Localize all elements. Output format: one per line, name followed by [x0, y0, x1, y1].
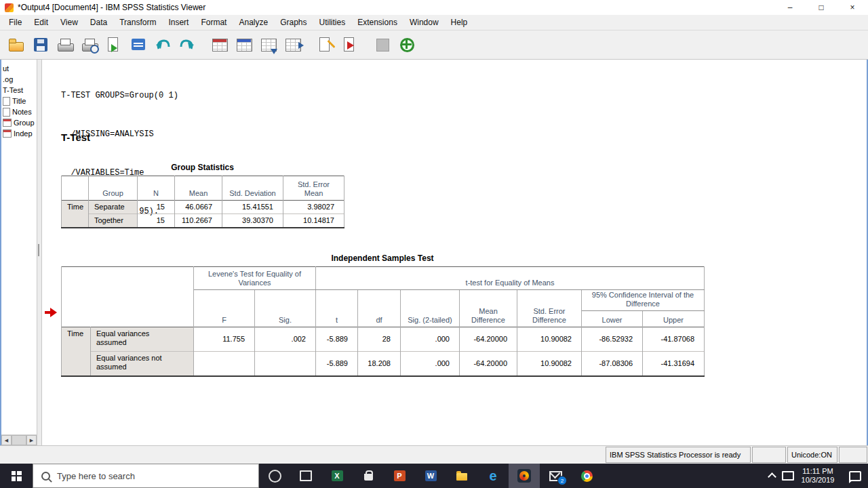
recall-dialogs-button[interactable] — [126, 33, 151, 57]
menu-analyze[interactable]: Analyze — [233, 16, 274, 28]
chrome-icon — [581, 470, 593, 482]
clock-date: 10/3/2019 — [796, 476, 840, 485]
outline-pane: ut .og T-Test Title Notes Group Indep ◀ … — [1, 60, 37, 445]
col-header-sd: Std. Deviation — [222, 176, 283, 201]
search-icon — [41, 472, 50, 481]
outline-horizontal-scrollbar[interactable]: ◀ ▶ — [1, 434, 37, 445]
menu-help[interactable]: Help — [445, 16, 474, 28]
pane-splitter[interactable] — [37, 60, 42, 445]
goto-case-button[interactable] — [232, 33, 256, 57]
designate-window-button[interactable] — [370, 33, 395, 57]
open-button[interactable] — [4, 33, 28, 57]
variables-button[interactable] — [281, 33, 305, 57]
maximize-button[interactable]: □ — [806, 0, 837, 15]
insert-text-icon — [317, 36, 334, 54]
menu-file[interactable]: File — [3, 16, 28, 28]
table-header-row: Levene's Test for Equality of Variances … — [62, 267, 705, 290]
select-last-output-button[interactable] — [338, 33, 362, 57]
table-header-row: Group N Mean Std. Deviation Std. Error M… — [62, 176, 344, 201]
col-header-sig2: Sig. (2-tailed) — [401, 290, 460, 327]
outline-item-title[interactable]: Title — [1, 96, 37, 106]
scroll-left-button[interactable]: ◀ — [1, 435, 12, 445]
menu-transform[interactable]: Transform — [113, 16, 162, 28]
outline-item-ttest[interactable]: T-Test — [1, 85, 37, 96]
show-hidden-icons-button[interactable] — [764, 472, 780, 480]
col-header-f: F — [194, 290, 255, 327]
status-spacer — [752, 447, 786, 463]
ci-spanner: 95% Confidence Interval of the Differenc… — [582, 290, 705, 311]
group-statistics-table[interactable]: Group N Mean Std. Deviation Std. Error M… — [61, 176, 344, 228]
taskbar-file-explorer[interactable] — [446, 464, 477, 488]
menu-graphs[interactable]: Graphs — [274, 16, 313, 28]
close-button[interactable]: × — [837, 0, 868, 15]
taskbar-powerpoint[interactable]: P — [384, 464, 415, 488]
taskbar-chrome[interactable] — [571, 464, 602, 488]
powerpoint-icon: P — [394, 470, 406, 481]
taskbar-edge[interactable]: e — [477, 464, 509, 488]
scroll-left-icon: ◀ — [5, 438, 8, 443]
save-button[interactable] — [28, 33, 53, 57]
outline-item-notes[interactable]: Notes — [1, 106, 37, 117]
goto-variable-button[interactable] — [256, 33, 281, 57]
menu-format[interactable]: Format — [195, 16, 233, 28]
taskbar-store[interactable] — [353, 464, 384, 488]
row-label: Time — [62, 327, 91, 376]
show-all-button[interactable] — [395, 33, 419, 57]
col-header-sig: Sig. — [255, 290, 316, 327]
menu-window[interactable]: Window — [403, 16, 445, 28]
row-label: Time — [62, 201, 89, 228]
outline-item-independent-samples[interactable]: Indep — [1, 128, 37, 139]
insert-text-button[interactable] — [313, 33, 338, 57]
toolbar — [0, 30, 868, 60]
menu-insert[interactable]: Insert — [162, 16, 195, 28]
independent-samples-table[interactable]: Levene's Test for Equality of Variances … — [61, 266, 705, 377]
scroll-right-button[interactable]: ▶ — [26, 435, 37, 445]
open-icon — [7, 36, 25, 54]
print-preview-button[interactable] — [77, 33, 102, 57]
col-header-se-diff: Std. Error Difference — [517, 290, 582, 327]
taskbar-clock[interactable]: 11:11 PM 10/3/2019 — [796, 467, 840, 485]
export-button[interactable] — [102, 33, 126, 57]
mail-badge: 2 — [557, 476, 567, 485]
task-view-button[interactable] — [290, 464, 321, 488]
splitter-grip[interactable] — [38, 244, 39, 256]
redo-icon — [179, 38, 195, 52]
goto-variable-icon — [260, 36, 277, 54]
undo-button[interactable] — [151, 33, 175, 57]
menu-utilities[interactable]: Utilities — [313, 16, 352, 28]
taskbar-word[interactable]: W — [415, 464, 446, 488]
table-icon — [3, 129, 12, 138]
taskbar-excel[interactable]: X — [321, 464, 353, 488]
start-button[interactable] — [0, 464, 33, 488]
col-header-mean: Mean — [175, 176, 222, 201]
scrollbar-thumb[interactable] — [12, 435, 26, 445]
minimize-button[interactable]: – — [774, 0, 806, 15]
undo-icon — [155, 38, 171, 52]
cell-variance-label: Equal variances assumed — [91, 327, 194, 352]
outline-item-output[interactable]: ut — [1, 63, 37, 74]
window-title: *Output4 [Document4] - IBM SPSS Statisti… — [18, 3, 205, 12]
edge-icon: e — [489, 469, 496, 483]
selection-arrow-icon — [45, 308, 57, 317]
search-input[interactable]: Type here to search — [33, 464, 259, 488]
action-center-button[interactable] — [849, 471, 861, 481]
designate-window-icon — [374, 36, 391, 54]
taskbar-spss-active[interactable] — [509, 464, 540, 488]
levene-spanner: Levene's Test for Equality of Variances — [194, 267, 316, 290]
outline-item-log[interactable]: .og — [1, 74, 37, 85]
redo-button[interactable] — [175, 33, 199, 57]
page-icon — [3, 108, 10, 117]
menu-extensions[interactable]: Extensions — [351, 16, 403, 28]
taskbar-mail[interactable]: 2 — [540, 464, 571, 488]
menu-data[interactable]: Data — [84, 16, 113, 28]
menu-view[interactable]: View — [54, 16, 84, 28]
print-button[interactable] — [53, 33, 77, 57]
outline-item-group-statistics[interactable]: Group — [1, 117, 37, 128]
menu-edit[interactable]: Edit — [28, 16, 54, 28]
table-row: Equal variances not assumed -5.889 18.20… — [62, 352, 705, 376]
goto-data-button[interactable] — [208, 33, 232, 57]
cortana-button[interactable] — [259, 464, 290, 488]
show-all-icon — [398, 36, 416, 54]
taskbar: Type here to search X P W e 2 11:11 PM 1… — [0, 464, 868, 488]
network-tray-button[interactable] — [780, 471, 796, 481]
